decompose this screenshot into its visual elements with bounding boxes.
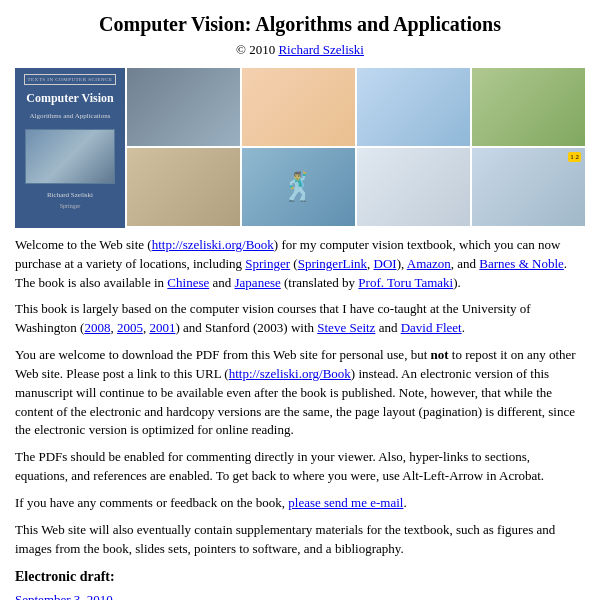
springerlink-link[interactable]: SpringerLink [298, 256, 367, 271]
download-paragraph: You are welcome to download the PDF from… [15, 346, 585, 440]
seitz-link[interactable]: Steve Seitz [317, 320, 375, 335]
japanese-link[interactable]: Japanese [235, 275, 281, 290]
page-title: Computer Vision: Algorithms and Applicat… [15, 10, 585, 39]
photo-4 [472, 68, 585, 146]
amazon-link[interactable]: Amazon [407, 256, 451, 271]
cover-image [25, 129, 115, 184]
cover-subtitle: Algorithms and Applications [30, 111, 111, 121]
tamaki-link[interactable]: Prof. Toru Tamaki [358, 275, 453, 290]
photo-6 [242, 148, 355, 226]
photo-grid [127, 68, 585, 228]
doi-link[interactable]: DOI [374, 256, 397, 271]
chinese-link[interactable]: Chinese [167, 275, 209, 290]
cover-title: Computer Vision [26, 91, 113, 107]
series-tag: Texts in Computer Science [24, 74, 115, 85]
uw-2001-link[interactable]: 2001 [149, 320, 175, 335]
springer-link[interactable]: Springer [245, 256, 290, 271]
supplementary-paragraph: This Web site will also eventually conta… [15, 521, 585, 559]
uw-2008-link[interactable]: 2008 [84, 320, 110, 335]
photo-8 [472, 148, 585, 226]
fleet-link[interactable]: David Fleet [401, 320, 462, 335]
uw-2005-link[interactable]: 2005 [117, 320, 143, 335]
cover-publisher: Springer [60, 202, 81, 211]
email-link[interactable]: please send me e-mail [288, 495, 403, 510]
copyright-line: © 2010 Richard Szeliski [15, 41, 585, 60]
book-cover-section: Texts in Computer Science Computer Visio… [15, 68, 585, 228]
draft-date[interactable]: September 3, 2010 [15, 592, 113, 600]
cover-author: Richard Szeliski [47, 190, 93, 200]
electronic-draft-label: Electronic draft: [15, 567, 585, 587]
book-cover: Texts in Computer Science Computer Visio… [15, 68, 125, 228]
photo-7 [357, 148, 470, 226]
bn-link[interactable]: Barnes & Noble [479, 256, 563, 271]
draft-date-link: September 3, 2010 [15, 591, 585, 600]
photo-3 [357, 68, 470, 146]
photo-1 [127, 68, 240, 146]
pdf-paragraph: The PDFs should be enabled for commentin… [15, 448, 585, 486]
photo-5 [127, 148, 240, 226]
book-url-link[interactable]: http://szeliski.org/Book [152, 237, 274, 252]
not-bold: not [431, 347, 449, 362]
courses-paragraph: This book is largely based on the comput… [15, 300, 585, 338]
photo-2 [242, 68, 355, 146]
intro-paragraph: Welcome to the Web site (http://szeliski… [15, 236, 585, 293]
author-link[interactable]: Richard Szeliski [278, 42, 364, 57]
book-url-link-2[interactable]: http://szeliski.org/Book [229, 366, 351, 381]
feedback-paragraph: If you have any comments or feedback on … [15, 494, 585, 513]
